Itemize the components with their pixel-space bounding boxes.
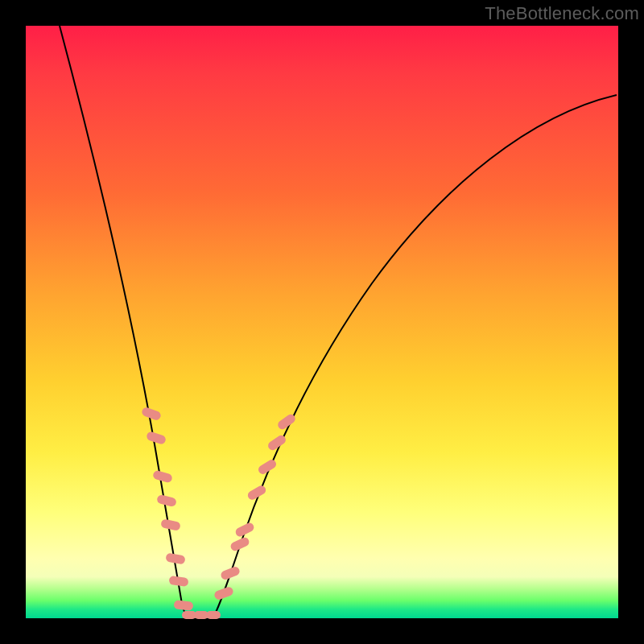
curve-left-arm: [60, 26, 190, 618]
bead-layer: [141, 407, 297, 619]
marker-bead: [173, 600, 193, 610]
marker-bead: [141, 407, 162, 422]
marker-bead: [146, 431, 167, 445]
marker-bead: [213, 586, 234, 601]
marker-bead: [160, 518, 181, 531]
curve-right-arm: [213, 95, 617, 618]
marker-bead: [168, 576, 188, 587]
marker-bead: [229, 536, 250, 552]
marker-bead: [156, 494, 177, 507]
marker-bead: [220, 565, 241, 580]
marker-bead: [165, 552, 186, 564]
curve-layer: [26, 26, 618, 618]
marker-bead: [206, 611, 221, 619]
watermark-text: TheBottleneck.com: [485, 3, 639, 24]
outer-frame: TheBottleneck.com: [0, 0, 644, 644]
marker-bead: [152, 469, 173, 483]
marker-bead: [234, 522, 255, 539]
